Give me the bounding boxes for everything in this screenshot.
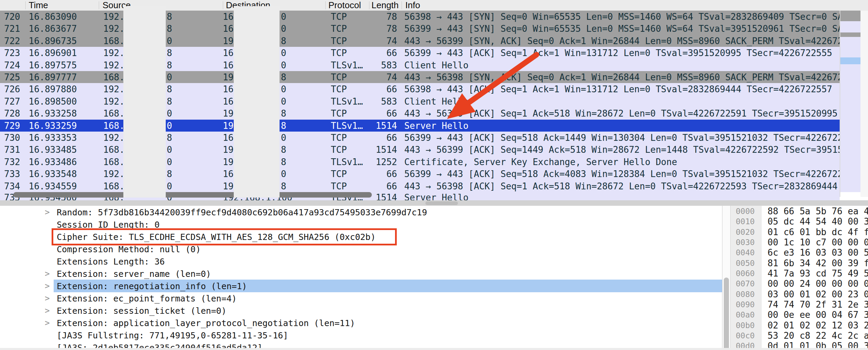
column-separator[interactable] bbox=[223, 1, 223, 9]
detail-line[interactable]: Extension: server_name (len=0) bbox=[57, 269, 211, 279]
column-separator[interactable] bbox=[369, 1, 369, 9]
expand-caret-icon[interactable]: > bbox=[45, 306, 50, 316]
cell-destination: 16 bbox=[223, 168, 233, 180]
expand-caret-icon[interactable]: > bbox=[45, 269, 50, 279]
expand-caret-icon[interactable]: > bbox=[45, 318, 50, 328]
cell-source: 192. bbox=[103, 95, 125, 108]
cell-length: 583 bbox=[355, 95, 397, 108]
cell-info: Client Hello bbox=[404, 59, 469, 71]
hex-row[interactable]: 00c053 20 c8 22 4c 2c a bbox=[731, 331, 868, 341]
detail-line[interactable]: Extension: ec_point_formats (len=4) bbox=[57, 293, 237, 304]
cell-time: 16.898500 bbox=[29, 95, 77, 108]
hex-offset: 0020 bbox=[736, 227, 755, 237]
column-separator[interactable] bbox=[25, 1, 26, 9]
cell-no: 725 bbox=[4, 71, 20, 83]
cell-source-tail: 0 bbox=[167, 120, 172, 132]
hex-row[interactable]: 007000 00 24 00 00 00 0 bbox=[731, 279, 868, 289]
column-separator[interactable] bbox=[402, 1, 402, 9]
cell-protocol: TCP bbox=[331, 144, 347, 156]
cell-no: 728 bbox=[4, 107, 20, 120]
cell-destination-tail: 8 bbox=[281, 35, 286, 47]
hex-offset: 0060 bbox=[736, 268, 755, 279]
cell-length: 66 bbox=[355, 180, 397, 192]
vertical-scrollbar-track[interactable] bbox=[860, 11, 868, 197]
cell-time: 16.896901 bbox=[29, 47, 77, 59]
hex-row[interactable]: 000088 66 5a 5b 76 ea 4 bbox=[731, 206, 868, 216]
annotation-red-box bbox=[52, 228, 397, 245]
hex-bytes: 41 7a 93 cd 75 49 5 bbox=[768, 268, 868, 279]
detail-line[interactable]: Extension: application_layer_protocol_ne… bbox=[57, 318, 355, 328]
hex-row[interactable]: 003000 1c 10 c7 00 00 0 bbox=[731, 237, 868, 247]
column-separator[interactable] bbox=[325, 1, 326, 9]
hex-row[interactable]: 00406c e3 16 03 03 00 5 bbox=[731, 247, 868, 258]
packet-detail-pane: >Random: 5f73db816b34420039ff9ecf9d4080c… bbox=[0, 206, 722, 350]
cell-destination-tail: 0 bbox=[281, 83, 286, 95]
cell-source-tail: 8 bbox=[167, 59, 172, 71]
cell-protocol: TCP bbox=[331, 132, 347, 144]
hex-offset: 0010 bbox=[736, 216, 755, 227]
hex-row[interactable]: 008003 00 01 02 00 23 0 bbox=[731, 289, 868, 299]
hex-row[interactable]: 00a000 0e ee 00 04 67 3 bbox=[731, 310, 868, 320]
hex-offset: 00a0 bbox=[736, 310, 755, 320]
cell-destination: 19 bbox=[223, 71, 233, 83]
column-header-protocol[interactable]: Protocol bbox=[328, 0, 369, 11]
cell-destination: 19 bbox=[223, 35, 233, 47]
detail-line[interactable]: Extensions Length: 36 bbox=[57, 256, 165, 267]
cell-length: 74 bbox=[355, 71, 397, 83]
pane-splitter[interactable] bbox=[0, 200, 868, 206]
expand-caret-icon[interactable]: > bbox=[45, 293, 50, 304]
hex-bytes: 00 0e ee 00 04 67 3 bbox=[768, 310, 868, 320]
cell-info: 56398 → 443 [SYN] Seq=0 Win=65535 Len=0 … bbox=[404, 11, 840, 23]
cell-source-tail: 8 bbox=[167, 83, 172, 95]
hex-row[interactable]: 005081 6b 34 42 00 39 f bbox=[731, 258, 868, 268]
minimap-segment-gray bbox=[840, 32, 860, 37]
cell-source: 192. bbox=[103, 11, 125, 23]
hex-row[interactable]: 009074 74 70 2f 31 2e 3 bbox=[731, 299, 868, 310]
detail-line[interactable]: Extension: renegotiation_info (len=1) bbox=[57, 281, 247, 292]
horizontal-scrollbar-thumb[interactable] bbox=[13, 192, 372, 198]
cell-destination-tail: 8 bbox=[281, 120, 286, 132]
cell-protocol: TCP bbox=[331, 168, 347, 180]
cell-length: 583 bbox=[355, 59, 397, 71]
detail-line[interactable]: Random: 5f73db816b34420039ff9ecf9d4080c6… bbox=[57, 207, 427, 218]
detail-scrollbar-track[interactable] bbox=[722, 206, 730, 350]
cell-time: 16.933548 bbox=[29, 168, 77, 180]
column-separator[interactable] bbox=[99, 1, 99, 9]
redaction-overlay-source bbox=[123, 6, 166, 198]
cell-info: Server Hello bbox=[404, 191, 469, 200]
detail-horizontal-scrollbar-thumb[interactable] bbox=[425, 201, 458, 205]
expand-caret-icon[interactable]: > bbox=[45, 207, 50, 218]
cell-source: 168. bbox=[103, 156, 125, 168]
hex-row[interactable]: 00b002 01 02 02 12 03 2 bbox=[731, 320, 868, 331]
hex-bytes: 81 6b 34 42 00 39 f bbox=[768, 258, 868, 268]
hex-row[interactable]: 006041 7a 93 cd 75 49 5 bbox=[731, 268, 868, 279]
hex-bytes: 02 01 02 02 12 03 2 bbox=[768, 320, 868, 331]
detail-scrollbar-thumb[interactable] bbox=[724, 278, 729, 350]
hex-row[interactable]: 002001 c6 01 bb dc 4f f bbox=[731, 227, 868, 237]
detail-line[interactable]: [JA3S Fullstring: 771,49195,0-65281-11-3… bbox=[57, 330, 288, 341]
expand-caret-icon[interactable]: > bbox=[45, 281, 50, 292]
cell-protocol: TCP bbox=[331, 83, 347, 95]
hex-bytes: 53 20 c8 22 4c 2c a bbox=[768, 331, 868, 341]
cell-source-tail: 0 bbox=[167, 107, 172, 120]
cell-no: 726 bbox=[4, 83, 20, 95]
detail-line[interactable]: Extension: session_ticket (len=0) bbox=[57, 306, 227, 316]
detail-line[interactable]: Compression Method: null (0) bbox=[57, 244, 201, 255]
packet-minimap-scrollbar[interactable] bbox=[840, 11, 860, 197]
cell-length: 66 bbox=[355, 47, 397, 59]
hex-row[interactable]: 001005 dc 44 54 40 00 3 bbox=[731, 216, 868, 227]
cell-no: 724 bbox=[4, 59, 20, 71]
cell-destination-tail: 0 bbox=[281, 132, 286, 144]
cell-source: 168. bbox=[103, 35, 125, 47]
cell-source: 192. bbox=[103, 168, 125, 180]
column-header-time[interactable]: Time bbox=[29, 0, 97, 11]
cell-destination: 16 bbox=[223, 23, 233, 35]
column-header-length[interactable]: Length bbox=[371, 0, 401, 11]
column-header-info[interactable]: Info bbox=[405, 0, 508, 11]
cell-source: 192. bbox=[103, 83, 125, 95]
cell-no: 722 bbox=[4, 35, 20, 47]
cell-time: 16.933353 bbox=[29, 132, 77, 144]
cell-length: 66 bbox=[355, 83, 397, 95]
cell-source-tail: 8 bbox=[167, 168, 172, 180]
cell-destination: 16 bbox=[223, 47, 233, 59]
